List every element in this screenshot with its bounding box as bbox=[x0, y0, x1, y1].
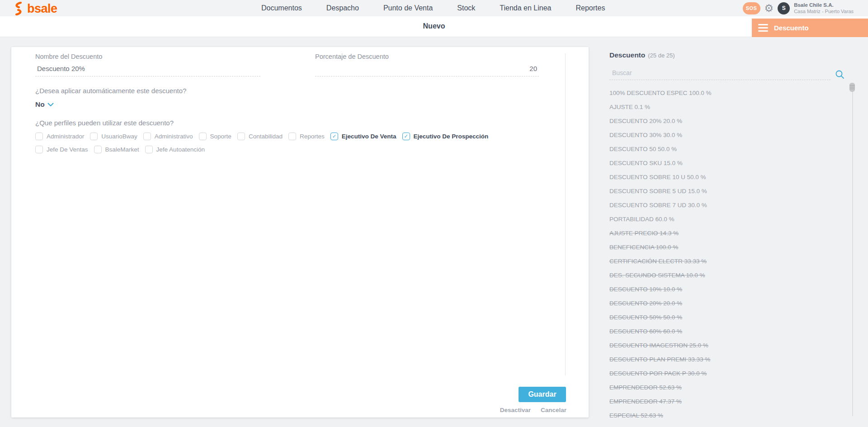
checkbox-unchecked-icon[interactable] bbox=[94, 146, 102, 153]
discount-list-item[interactable]: DESCUENTO POR PACK P 30.0 % bbox=[609, 366, 844, 380]
profile-checkbox-ejecutivo-de-prospeccion[interactable]: ✓Ejecutivo De Prospección bbox=[402, 133, 489, 140]
discount-list-item[interactable]: DESCUENTO 20% 20.0 % bbox=[609, 296, 844, 310]
discount-list-item[interactable]: DESCUENTO SOBRE 10 U 50.0 % bbox=[609, 170, 844, 184]
checkbox-checked-icon[interactable]: ✓ bbox=[402, 133, 410, 140]
nav-tab-documentos[interactable]: Documentos bbox=[261, 4, 302, 12]
discount-list-item[interactable]: DESCUENTO 50 50.0 % bbox=[609, 142, 844, 156]
nav-tab-punto-de-venta[interactable]: Punto de Venta bbox=[383, 4, 433, 12]
discount-list-item[interactable]: DESCUENTO SOBRE 5 UD 15.0 % bbox=[609, 184, 844, 198]
search-icon[interactable] bbox=[835, 70, 844, 79]
profiles-checkbox-group: AdministradorUsuarioBwayAdministrativoSo… bbox=[35, 133, 526, 153]
nav-tab-stock[interactable]: Stock bbox=[457, 4, 475, 12]
company-name: Bsale Chile S.A. bbox=[794, 2, 854, 8]
discount-list-item[interactable]: 100% DESCUENTO ESPEC 100.0 % bbox=[609, 86, 844, 100]
discount-sidebar: Descuento (25 de 25) 100% DESCUENTO ESPE… bbox=[609, 51, 844, 422]
name-field-label: Nombre del Descuento bbox=[35, 53, 260, 60]
profile-checkbox-reportes[interactable]: Reportes bbox=[288, 133, 325, 140]
profile-label: Administrador bbox=[47, 133, 84, 140]
bsale-logo-text: bsale bbox=[27, 2, 57, 15]
profile-label: Reportes bbox=[300, 133, 325, 140]
checkbox-unchecked-icon[interactable] bbox=[237, 133, 245, 140]
profile-checkbox-jefe-de-ventas[interactable]: Jefe De Ventas bbox=[35, 146, 88, 153]
profile-checkbox-ejecutivo-de-venta[interactable]: ✓Ejecutivo De Venta bbox=[330, 133, 396, 140]
profile-label: Jefe De Ventas bbox=[47, 146, 88, 153]
checkbox-unchecked-icon[interactable] bbox=[143, 133, 151, 140]
nav-tab-reportes[interactable]: Reportes bbox=[576, 4, 605, 12]
checkbox-unchecked-icon[interactable] bbox=[199, 133, 207, 140]
form-links: Desactivar Cancelar bbox=[470, 407, 566, 413]
discount-panel-header[interactable]: Descuento bbox=[752, 19, 868, 37]
discount-name-input[interactable] bbox=[35, 65, 260, 76]
subnav-bar: Nuevo bbox=[0, 16, 868, 37]
profile-label: Jefe Autoatención bbox=[156, 146, 205, 153]
discount-list-item[interactable]: EMPRENDEDOR 47.37 % bbox=[609, 394, 844, 408]
nav-tab-tienda-en-linea[interactable]: Tienda en Linea bbox=[500, 4, 551, 12]
search-input[interactable] bbox=[609, 69, 830, 80]
company-info[interactable]: Bsale Chile S.A. Casa Matriz - Puerto Va… bbox=[794, 2, 854, 14]
discount-list-item[interactable]: BENEFICENCIA 100.0 % bbox=[609, 240, 844, 254]
profile-checkbox-administrador[interactable]: Administrador bbox=[35, 133, 84, 140]
discount-form: Nombre del Descuento Porcentaje de Descu… bbox=[35, 53, 539, 153]
sidebar-header: Descuento (25 de 25) bbox=[609, 51, 844, 59]
bsale-logo[interactable]: bsale bbox=[13, 2, 57, 15]
discount-list-item[interactable]: DESCUENTO 30% 30.0 % bbox=[609, 128, 844, 142]
checkbox-unchecked-icon[interactable] bbox=[288, 133, 296, 140]
discount-list-item[interactable]: DESCUENTO SKU 15.0 % bbox=[609, 156, 844, 170]
discount-list-item[interactable]: DESCUENTO 20% 20.0 % bbox=[609, 114, 844, 128]
percentage-field-label: Porcentaje de Descuento bbox=[315, 53, 539, 60]
discount-list-item[interactable]: CERTIFICACIÓN ELECTR 33.33 % bbox=[609, 254, 844, 268]
sidebar-scrollbar-thumb[interactable] bbox=[849, 83, 855, 92]
profile-checkbox-soporte[interactable]: Soporte bbox=[199, 133, 231, 140]
profile-label: Ejecutivo De Prospección bbox=[414, 133, 489, 140]
save-button[interactable]: Guardar bbox=[519, 387, 566, 402]
discount-list-item[interactable]: PORTABILIDAD 60.0 % bbox=[609, 212, 844, 226]
company-branch: Casa Matriz - Puerto Varas bbox=[794, 8, 854, 14]
bsale-logo-icon bbox=[13, 2, 24, 15]
profile-checkbox-administrativo[interactable]: Administrativo bbox=[143, 133, 193, 140]
discount-list-item[interactable]: DESCUENTO PLAN PREMI 33.33 % bbox=[609, 352, 844, 366]
menu-icon[interactable] bbox=[758, 24, 768, 32]
subnav-title[interactable]: Nuevo bbox=[0, 22, 868, 30]
checkbox-unchecked-icon[interactable] bbox=[35, 146, 43, 153]
discount-list: 100% DESCUENTO ESPEC 100.0 %AJUSTE 0.1 %… bbox=[609, 86, 844, 422]
sos-button[interactable]: SOS bbox=[743, 2, 760, 14]
discount-list-item[interactable]: DESCUENTO IMAGESTION 25.0 % bbox=[609, 338, 844, 352]
discount-list-item[interactable]: DES. SEGUNDO SISTEMA 10.0 % bbox=[609, 268, 844, 282]
card-divider bbox=[565, 53, 566, 375]
discount-list-item[interactable]: EMPRENDEDOR 52.63 % bbox=[609, 380, 844, 394]
checkbox-unchecked-icon[interactable] bbox=[145, 146, 153, 153]
checkbox-unchecked-icon[interactable] bbox=[90, 133, 98, 140]
profile-checkbox-jefe-autoatencion[interactable]: Jefe Autoatención bbox=[145, 146, 205, 153]
auto-apply-select[interactable]: No bbox=[35, 100, 54, 109]
discount-percentage-input[interactable] bbox=[315, 65, 539, 76]
checkbox-unchecked-icon[interactable] bbox=[35, 133, 43, 140]
profile-checkbox-contabilidad[interactable]: Contabilidad bbox=[237, 133, 283, 140]
cancel-link[interactable]: Cancelar bbox=[541, 407, 566, 413]
nav-tab-despacho[interactable]: Despacho bbox=[326, 4, 359, 12]
gear-icon[interactable]: ⚙ bbox=[764, 2, 774, 14]
auto-apply-question: ¿Desea aplicar automáticamente este desc… bbox=[35, 87, 539, 95]
profile-checkbox-usuariobway[interactable]: UsuarioBway bbox=[90, 133, 137, 140]
discount-list-item[interactable]: DESCUENTO 50% 50.0 % bbox=[609, 310, 844, 324]
profile-label: UsuarioBway bbox=[101, 133, 137, 140]
user-avatar[interactable]: S bbox=[778, 2, 790, 14]
discount-list-item[interactable]: DESCUENTO 10% 10.0 % bbox=[609, 282, 844, 296]
panel-title: Descuento bbox=[774, 24, 809, 32]
discount-list-item[interactable]: DESCUENTO 60% 60.0 % bbox=[609, 324, 844, 338]
sidebar-count: (25 de 25) bbox=[648, 52, 675, 59]
profile-checkbox-bsalemarket[interactable]: BsaleMarket bbox=[94, 146, 139, 153]
auto-apply-value: No bbox=[35, 100, 45, 109]
profile-label: Contabilidad bbox=[249, 133, 283, 140]
discount-list-item[interactable]: DESCUENTO SOBRE 7 UD 30.0 % bbox=[609, 198, 844, 212]
deactivate-link[interactable]: Desactivar bbox=[500, 407, 531, 413]
checkbox-checked-icon[interactable]: ✓ bbox=[330, 133, 338, 140]
sidebar-search bbox=[609, 69, 844, 80]
sidebar-scrollbar-track[interactable] bbox=[852, 83, 853, 416]
top-right-controls: SOS ⚙ S Bsale Chile S.A. Casa Matriz - P… bbox=[743, 2, 854, 14]
discount-list-item[interactable]: ESPECIAL 52.63 % bbox=[609, 408, 844, 422]
discount-list-item[interactable]: AJUSTE PRECIO 14.3 % bbox=[609, 226, 844, 240]
profile-label: Soporte bbox=[210, 133, 231, 140]
discount-form-card: Nombre del Descuento Porcentaje de Descu… bbox=[11, 47, 589, 418]
discount-list-item[interactable]: AJUSTE 0.1 % bbox=[609, 100, 844, 114]
profile-label: Ejecutivo De Venta bbox=[342, 133, 396, 140]
